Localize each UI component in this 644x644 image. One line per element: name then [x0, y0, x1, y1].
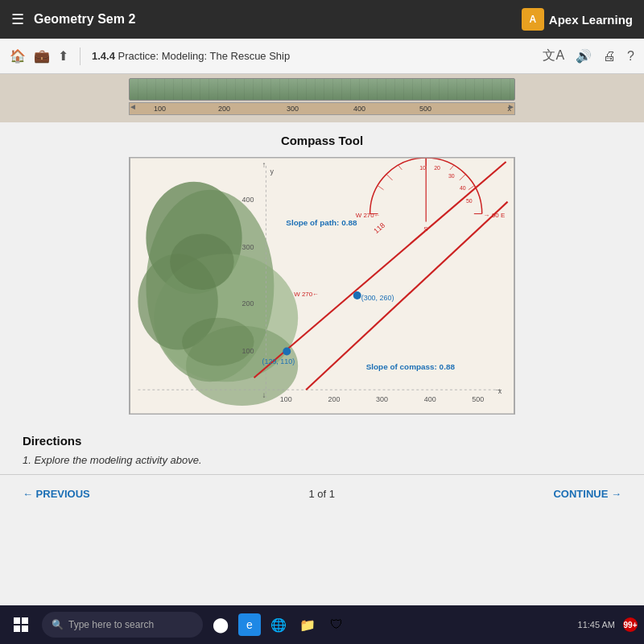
- search-icon: 🔍: [52, 619, 64, 630]
- compass-section: Compass Tool 400: [0, 122, 644, 423]
- svg-text:↓: ↓: [262, 390, 266, 399]
- svg-text:300: 300: [242, 243, 254, 251]
- svg-rect-56: [14, 625, 20, 632]
- svg-text:30: 30: [448, 173, 455, 179]
- svg-text:40: 40: [460, 185, 466, 191]
- compass-box[interactable]: 400 300 200 100 y 100 200 300 400 500 x …: [129, 157, 515, 415]
- svg-text:50: 50: [466, 198, 473, 204]
- top-map-strip: 100 200 300 400 500 x ◄ ►: [0, 74, 644, 122]
- svg-text:↑: ↑: [262, 160, 266, 169]
- taskbar-app-2[interactable]: 🌐: [267, 613, 290, 636]
- main-content: 100 200 300 400 500 x ◄ ► Compass Tool: [0, 74, 644, 605]
- translate-icon[interactable]: 文A: [543, 47, 564, 64]
- search-placeholder-text: Type here to search: [68, 619, 154, 630]
- portfolio-icon[interactable]: 💼: [34, 48, 50, 64]
- help-icon[interactable]: ?: [627, 49, 634, 64]
- svg-text:200: 200: [328, 395, 340, 403]
- svg-point-48: [283, 348, 291, 356]
- continue-button[interactable]: CONTINUE →: [553, 488, 621, 500]
- windows-taskbar: 🔍 Type here to search ⬤ e 🌐 📁 🛡 11:45 AM…: [0, 605, 644, 644]
- course-title: Geometry Sem 2: [34, 12, 135, 27]
- nav-right-icons: 文A 🔊 🖨 ?: [543, 47, 634, 64]
- svg-text:10: 10: [419, 165, 426, 171]
- svg-text:→ 90 E: → 90 E: [484, 212, 505, 219]
- svg-text:W 270←: W 270←: [294, 291, 319, 298]
- nav-bar: 🏠 💼 ⬆ 1.4.4 Practice: Modeling: The Resc…: [0, 39, 644, 74]
- svg-text:(129, 110): (129, 110): [262, 357, 295, 365]
- taskbar-app-4[interactable]: 🛡: [325, 613, 348, 636]
- audio-icon[interactable]: 🔊: [576, 48, 592, 64]
- previous-button[interactable]: ← PREVIOUS: [23, 488, 90, 500]
- taskbar-right: 11:45 AM 99+: [578, 617, 638, 632]
- apex-logo-area: A Apex Learning: [522, 8, 633, 31]
- svg-rect-55: [22, 617, 28, 624]
- svg-text:400: 400: [424, 395, 436, 403]
- directions-section: Directions 1. Explore the modeling activ…: [0, 423, 644, 474]
- apex-icon: A: [522, 8, 544, 31]
- svg-text:20: 20: [434, 165, 440, 171]
- svg-text:→: →: [494, 385, 502, 394]
- compass-tool-title: Compass Tool: [16, 134, 628, 147]
- ruler-400: 400: [353, 105, 365, 113]
- upload-icon[interactable]: ⬆: [58, 48, 68, 64]
- taskbar-time: 11:45 AM: [578, 620, 615, 630]
- hamburger-icon[interactable]: ☰: [11, 10, 24, 28]
- ruler-300: 300: [287, 105, 299, 113]
- svg-text:Slope of compass: 0.88: Slope of compass: 0.88: [366, 362, 456, 371]
- svg-text:100: 100: [242, 347, 254, 355]
- ruler-100: 100: [154, 105, 166, 113]
- svg-text:300: 300: [376, 395, 388, 403]
- svg-point-50: [353, 291, 361, 299]
- ruler-500: 500: [419, 105, 431, 113]
- svg-point-7: [182, 318, 254, 366]
- bottom-nav: ← PREVIOUS 1 of 1 CONTINUE →: [0, 474, 644, 513]
- svg-rect-57: [22, 625, 28, 632]
- svg-text:500: 500: [472, 395, 484, 403]
- top-bar-left: ☰ Geometry Sem 2: [11, 10, 135, 28]
- svg-text:W 270←: W 270←: [356, 212, 381, 219]
- directions-item-1: 1. Explore the modeling activity above.: [23, 454, 621, 466]
- home-icon[interactable]: 🏠: [10, 48, 26, 64]
- breadcrumb: 1.4.4 Practice: Modeling: The Rescue Shi…: [92, 50, 535, 62]
- svg-text:Slope of path: 0.88: Slope of path: 0.88: [286, 218, 357, 227]
- svg-text:200: 200: [242, 299, 254, 308]
- top-bar: ☰ Geometry Sem 2 A Apex Learning: [0, 0, 644, 39]
- svg-text:100: 100: [280, 395, 292, 403]
- svg-rect-54: [14, 617, 20, 624]
- battery-badge: 99+: [623, 617, 638, 632]
- taskbar-app-1[interactable]: e: [238, 613, 261, 636]
- directions-title: Directions: [23, 434, 621, 448]
- svg-text:S: S: [423, 225, 427, 233]
- page-indicator: 1 of 1: [308, 488, 335, 500]
- svg-text:(300, 260): (300, 260): [361, 294, 394, 302]
- nav-divider: [80, 47, 80, 65]
- svg-point-6: [170, 233, 234, 290]
- compass-svg: 400 300 200 100 y 100 200 300 400 500 x …: [130, 158, 514, 414]
- taskbar-search[interactable]: 🔍 Type here to search: [42, 612, 203, 638]
- windows-start-button[interactable]: [6, 610, 35, 639]
- print-icon[interactable]: 🖨: [603, 49, 616, 64]
- taskbar-cortana[interactable]: ⬤: [209, 613, 232, 636]
- svg-text:400: 400: [242, 196, 254, 204]
- svg-text:y: y: [270, 167, 274, 175]
- taskbar-app-3[interactable]: 📁: [296, 613, 319, 636]
- ruler-200: 200: [218, 105, 230, 113]
- brand-name: Apex Learning: [549, 13, 633, 27]
